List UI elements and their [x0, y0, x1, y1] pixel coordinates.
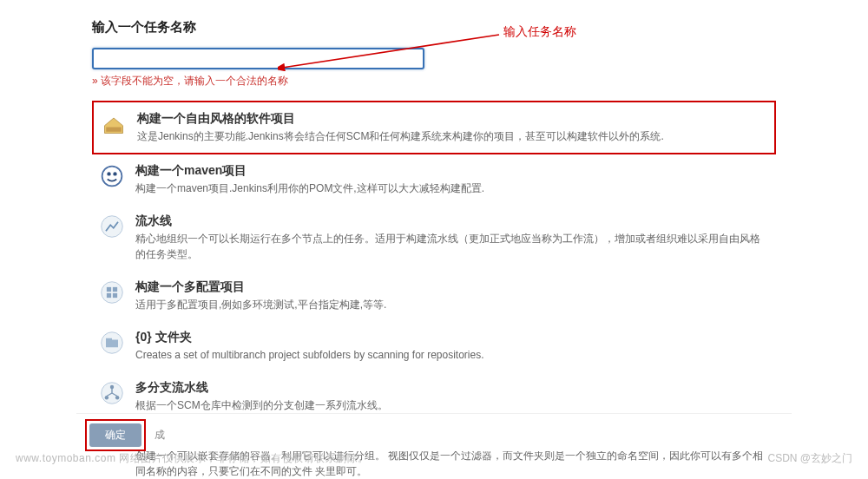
option-title: 多分支流水线: [135, 380, 769, 396]
option-desc: 精心地组织一个可以长期运行在多个节点上的任务。适用于构建流水线（更加正式地应当称…: [135, 231, 769, 262]
task-name-input[interactable]: [92, 48, 424, 69]
option-body: 构建一个maven项目构建一个maven项目.Jenkins利用你的POM文件,…: [135, 163, 769, 196]
option-title: 构建一个多配置项目: [135, 279, 769, 295]
option-body: 流水线精心地组织一个可以长期运行在多个节点上的任务。适用于构建流水线（更加正式地…: [135, 213, 769, 262]
error-message: » 该字段不能为空，请输入一个合法的名称: [92, 74, 776, 89]
option-desc: 构建一个maven项目.Jenkins利用你的POM文件,这样可以大大减轻构建配…: [135, 180, 769, 196]
svg-rect-12: [106, 338, 112, 342]
option-title: 流水线: [135, 213, 769, 229]
project-type-option[interactable]: 构建一个多配置项目适用于多配置项目,例如多环境测试,平台指定构建,等等.: [92, 271, 776, 321]
option-desc: Creates a set of multibranch project sub…: [135, 347, 769, 363]
svg-point-5: [102, 282, 123, 304]
svg-rect-8: [107, 293, 111, 298]
option-title: 构建一个自由风格的软件项目: [137, 111, 767, 127]
project-type-option[interactable]: 构建一个maven项目构建一个maven项目.Jenkins利用你的POM文件,…: [92, 154, 776, 205]
credit-text: CSDN @玄妙之门: [767, 451, 852, 466]
project-type-option[interactable]: 构建一个自由风格的软件项目这是Jenkins的主要功能.Jenkins将会结合任…: [92, 101, 776, 154]
option-body: 多分支流水线根据一个SCM仓库中检测到的分支创建一系列流水线。: [135, 380, 769, 413]
svg-point-2: [107, 172, 110, 175]
svg-point-14: [110, 385, 114, 389]
freestyle-icon: [101, 111, 127, 137]
watermark-text: www.toymoban.com 网络图片仅供展示，非存储，如有侵权请联系删除。: [16, 451, 369, 466]
option-desc: 这是Jenkins的主要功能.Jenkins将会结合任何SCM和任何构建系统来构…: [137, 128, 767, 144]
option-body: {0} 文件夹Creates a set of multibranch proj…: [135, 330, 769, 363]
annotation-label: 输入任务名称: [503, 24, 576, 40]
svg-point-16: [115, 396, 119, 399]
svg-rect-6: [107, 287, 111, 292]
section-title: 输入一个任务名称: [92, 19, 776, 36]
option-desc: 根据一个SCM仓库中检测到的分支创建一系列流水线。: [135, 397, 769, 413]
svg-point-15: [105, 396, 108, 399]
option-body: 构建一个自由风格的软件项目这是Jenkins的主要功能.Jenkins将会结合任…: [137, 111, 767, 144]
option-title: 构建一个maven项目: [135, 163, 769, 179]
svg-point-1: [102, 167, 122, 187]
option-title: {0} 文件夹: [135, 330, 769, 345]
project-type-option[interactable]: 流水线精心地组织一个可以长期运行在多个节点上的任务。适用于构建流水线（更加正式地…: [92, 205, 776, 271]
svg-rect-9: [113, 293, 117, 298]
multibranch-icon: [99, 380, 125, 406]
ok-button-highlight: 确定: [85, 419, 146, 451]
footer-hint: 成: [155, 428, 165, 443]
option-body: 构建一个多配置项目适用于多配置项目,例如多环境测试,平台指定构建,等等.: [135, 279, 769, 312]
folder-scan-icon: [99, 330, 125, 356]
main-panel: 输入一个任务名称 » 该字段不能为空，请输入一个合法的名称 构建一个自由风格的软…: [76, 0, 792, 479]
ok-button[interactable]: 确定: [89, 423, 141, 447]
svg-rect-7: [113, 287, 117, 292]
option-desc: 适用于多配置项目,例如多环境测试,平台指定构建,等等.: [135, 297, 769, 312]
project-type-option[interactable]: {0} 文件夹Creates a set of multibranch proj…: [92, 321, 776, 371]
svg-point-3: [113, 172, 116, 175]
pipeline-icon: [99, 213, 125, 240]
multiconfig-icon: [99, 279, 125, 305]
svg-rect-0: [106, 128, 122, 132]
maven-icon: [99, 163, 125, 189]
footer-bar: 确定 成: [76, 413, 792, 451]
